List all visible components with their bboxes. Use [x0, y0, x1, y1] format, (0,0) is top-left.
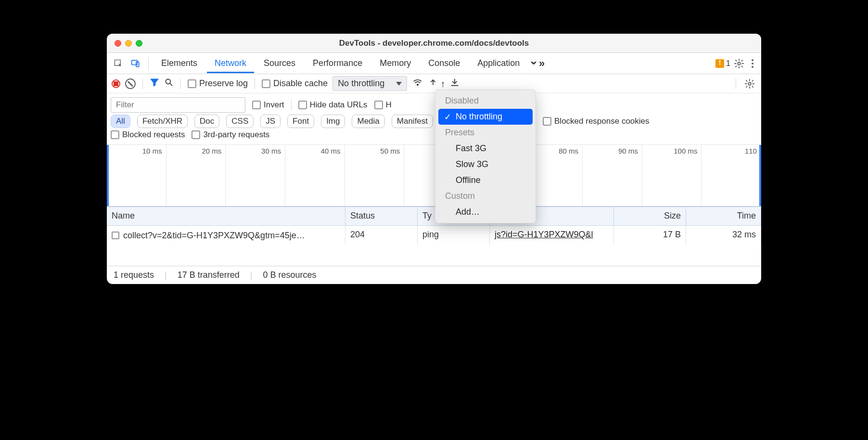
cell-time: 32 ms: [686, 226, 761, 245]
tab-performance[interactable]: Performance: [305, 53, 370, 73]
filterbar: Invert Hide data URLs H All Fetch/XHR Do…: [107, 93, 761, 145]
main-tabbar: Elements Network Sources Performance Mem…: [107, 53, 761, 74]
blocked-response-cookies-checkbox[interactable]: Blocked response cookies: [543, 116, 650, 126]
separator: [148, 57, 149, 70]
settings-icon[interactable]: [732, 57, 746, 70]
network-toolbar: Preserve log Disable cache No throttling…: [107, 74, 761, 93]
filter-type-img[interactable]: Img: [321, 115, 345, 128]
tab-sources[interactable]: Sources: [256, 53, 303, 73]
invert-checkbox[interactable]: Invert: [252, 100, 284, 110]
dropdown-item-add[interactable]: Add…: [435, 204, 536, 220]
blocked-requests-checkbox[interactable]: Blocked requests: [111, 130, 185, 140]
timeline-mark: 50 ms: [345, 145, 405, 206]
filter-type-media[interactable]: Media: [352, 115, 384, 128]
filter-toggle-icon[interactable]: [150, 78, 159, 90]
cell-status: 204: [345, 226, 418, 245]
filter-type-font[interactable]: Font: [287, 115, 314, 128]
hide-data-urls-checkbox[interactable]: Hide data URLs: [298, 100, 368, 110]
devtools-window: DevTools - developer.chrome.com/docs/dev…: [107, 34, 761, 284]
dropdown-item-slow-3g[interactable]: Slow 3G: [435, 156, 536, 172]
col-header-size[interactable]: Size: [614, 207, 686, 225]
preserve-log-checkbox[interactable]: Preserve log: [188, 78, 248, 89]
separator: [291, 100, 292, 110]
svg-point-3: [738, 62, 740, 65]
preserve-log-label: Preserve log: [199, 78, 248, 89]
tab-memory[interactable]: Memory: [372, 53, 419, 73]
timeline-mark: 10 ms: [107, 145, 166, 206]
device-toolbar-icon[interactable]: [128, 56, 143, 71]
requests-body: collect?v=2&tid=G-H1Y3PXZW9Q&gtm=45je… 2…: [107, 226, 761, 266]
warning-icon: [715, 59, 724, 68]
timeline-start-handle[interactable]: [107, 145, 109, 206]
disable-cache-checkbox[interactable]: Disable cache: [262, 78, 328, 89]
close-window-button[interactable]: [115, 40, 121, 47]
timeline-mark: 110: [702, 145, 761, 206]
more-options-icon[interactable]: [748, 59, 757, 68]
dropdown-section-custom: Custom: [435, 188, 536, 204]
search-icon[interactable]: [164, 78, 174, 90]
filter-type-css[interactable]: CSS: [226, 115, 254, 128]
third-party-label: 3rd-party requests: [203, 130, 269, 140]
col-header-name[interactable]: Name: [107, 207, 345, 225]
status-requests: 1 requests: [114, 270, 154, 280]
timeline-mark: 90 ms: [583, 145, 642, 206]
titlebar: DevTools - developer.chrome.com/docs/dev…: [107, 34, 761, 53]
filter-input[interactable]: [111, 97, 245, 113]
filter-type-manifest[interactable]: Manifest: [392, 115, 433, 128]
throttling-value: No throttling: [338, 78, 384, 89]
cell-initiator: js?id=G-H1Y3PXZW9Q&l: [490, 226, 614, 245]
separator: [736, 78, 736, 89]
cell-name: collect?v=2&tid=G-H1Y3PXZW9Q&gtm=45je…: [107, 226, 345, 245]
chevron-down-icon: [396, 82, 402, 86]
filter-type-doc[interactable]: Doc: [194, 115, 219, 128]
separator: [180, 78, 181, 89]
tab-elements[interactable]: Elements: [153, 53, 205, 73]
overview-timeline[interactable]: 10 ms 20 ms 30 ms 40 ms 50 ms 80 ms 90 m…: [107, 145, 761, 207]
inspect-element-icon[interactable]: [111, 56, 126, 71]
filter-type-all[interactable]: All: [111, 115, 130, 128]
timeline-mark: 20 ms: [166, 145, 226, 206]
status-transferred: 17 B transferred: [178, 270, 240, 280]
col-header-time[interactable]: Time: [686, 207, 761, 225]
third-party-checkbox[interactable]: 3rd-party requests: [191, 130, 269, 140]
invert-label: Invert: [264, 100, 284, 110]
dropdown-section-presets: Presets: [435, 125, 536, 141]
timeline-mark: 30 ms: [226, 145, 285, 206]
dropdown-item-no-throttling[interactable]: No throttling: [438, 109, 533, 125]
svg-point-5: [417, 84, 419, 86]
disable-cache-label: Disable cache: [273, 78, 328, 89]
export-har-icon[interactable]: [450, 78, 460, 90]
request-row[interactable]: collect?v=2&tid=G-H1Y3PXZW9Q&gtm=45je… 2…: [107, 226, 761, 245]
dropdown-item-fast-3g[interactable]: Fast 3G: [435, 141, 536, 156]
timeline-mark: 40 ms: [285, 145, 345, 206]
col-header-status[interactable]: Status: [345, 207, 418, 225]
issues-badge[interactable]: 1: [715, 59, 730, 68]
import-har-icon[interactable]: ↑: [428, 78, 445, 90]
timeline-end-handle[interactable]: [759, 145, 761, 206]
tab-application[interactable]: Application: [470, 53, 527, 73]
svg-point-6: [748, 82, 751, 85]
more-tabs-icon[interactable]: »: [529, 56, 545, 71]
network-conditions-icon[interactable]: [412, 78, 423, 90]
minimize-window-button[interactable]: [125, 40, 132, 47]
network-settings-icon[interactable]: [743, 77, 756, 91]
separator: [142, 78, 143, 89]
filter-type-js[interactable]: JS: [260, 115, 281, 128]
throttling-dropdown: Disabled No throttling Presets Fast 3G S…: [435, 90, 536, 223]
zoom-window-button[interactable]: [136, 40, 142, 47]
hide-data-urls-label: Hide data URLs: [310, 100, 368, 110]
dropdown-item-offline[interactable]: Offline: [435, 172, 536, 188]
status-bar: 1 requests | 17 B transferred | 0 B reso…: [107, 266, 761, 284]
record-button[interactable]: [112, 79, 120, 88]
clear-button[interactable]: [125, 78, 136, 89]
blocked-response-cookies-label: Blocked response cookies: [554, 116, 650, 126]
request-name: collect?v=2&tid=G-H1Y3PXZW9Q&gtm=45je…: [123, 231, 305, 241]
throttling-select[interactable]: No throttling: [332, 76, 407, 91]
row-checkbox[interactable]: [112, 232, 119, 239]
filter-type-fetchxhr[interactable]: Fetch/XHR: [137, 115, 188, 128]
tab-console[interactable]: Console: [421, 53, 468, 73]
tab-network[interactable]: Network: [207, 53, 254, 73]
dropdown-section-disabled: Disabled: [435, 93, 536, 109]
initiator-link[interactable]: js?id=G-H1Y3PXZW9Q&l: [495, 230, 593, 239]
hidden-checkbox-partial[interactable]: H: [374, 100, 392, 110]
